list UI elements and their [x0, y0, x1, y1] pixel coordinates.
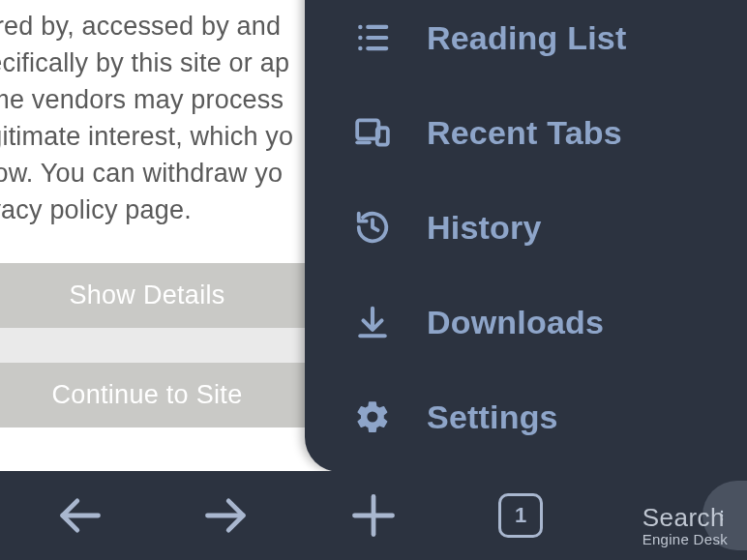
- svg-point-2: [358, 36, 362, 40]
- continue-to-site-button[interactable]: Continue to Site: [0, 363, 321, 427]
- menu-item-reading-list[interactable]: Reading List: [305, 0, 747, 85]
- screenshot-stage: tored by, accessed by and pecifically by…: [0, 0, 747, 560]
- button-gap: [0, 328, 321, 363]
- gear-icon: [351, 396, 394, 438]
- tab-count-badge: 1: [498, 493, 543, 538]
- new-tab-button[interactable]: [340, 482, 407, 549]
- menu-label: Reading List: [427, 19, 626, 57]
- download-icon: [351, 301, 394, 343]
- tabs-button[interactable]: 1: [487, 482, 554, 549]
- watermark: Search Engine Desk: [642, 505, 728, 546]
- menu-label: Downloads: [427, 304, 604, 341]
- back-button[interactable]: [45, 482, 113, 549]
- plus-icon: [348, 490, 399, 541]
- consent-body-text: tored by, accessed by and pecifically by…: [0, 8, 321, 228]
- menu-item-history[interactable]: History: [305, 180, 747, 275]
- svg-point-4: [358, 46, 362, 50]
- arrow-right-icon: [201, 490, 252, 541]
- watermark-line1: Search: [642, 505, 728, 530]
- menu-label: Settings: [427, 398, 558, 436]
- browser-toolbar: 1: [0, 471, 747, 560]
- menu-label: Recent Tabs: [427, 114, 622, 152]
- menu-label: History: [427, 209, 542, 247]
- watermark-line2: Engine Desk: [642, 532, 728, 546]
- arrow-left-icon: [54, 490, 105, 541]
- menu-item-recent-tabs[interactable]: Recent Tabs: [305, 85, 747, 180]
- svg-rect-8: [377, 128, 388, 144]
- browser-overflow-menu: Reading List Recent Tabs History: [305, 0, 747, 472]
- show-details-button[interactable]: Show Details: [0, 263, 321, 328]
- menu-item-downloads[interactable]: Downloads: [305, 275, 747, 369]
- consent-button-row: Show Details Continue to Site: [0, 263, 321, 427]
- consent-dialog: tored by, accessed by and pecifically by…: [0, 0, 341, 474]
- forward-button[interactable]: [193, 482, 260, 549]
- menu-item-settings[interactable]: Settings: [305, 369, 747, 464]
- list-icon: [351, 16, 394, 59]
- devices-icon: [351, 111, 394, 154]
- svg-point-0: [358, 25, 362, 29]
- history-icon: [351, 206, 394, 249]
